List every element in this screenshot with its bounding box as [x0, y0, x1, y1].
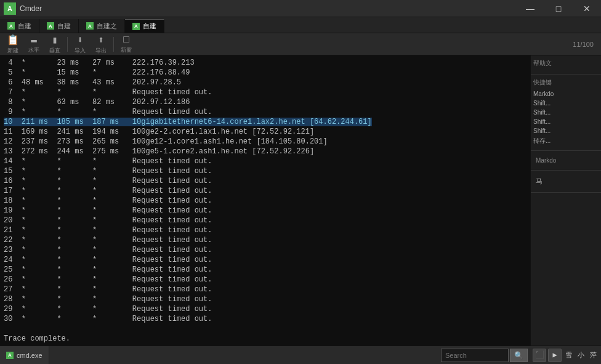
app-icon: A: [4, 2, 16, 15]
tab-icon-4: A: [132, 23, 140, 30]
tab-4[interactable]: A 自建: [125, 19, 164, 33]
tab-icon-2: A: [47, 22, 54, 30]
tab-label-4: 自建: [143, 22, 156, 31]
vertical-icon: ▮: [52, 34, 58, 46]
bottom-icon-1[interactable]: ⬛: [533, 349, 546, 362]
minimize-button[interactable]: —: [516, 0, 544, 17]
import-icon: ⬇: [77, 34, 83, 46]
markdown-section: Markdo: [531, 151, 601, 171]
chinese-char-2: 小: [576, 350, 586, 360]
toolbar-separator-2: [113, 37, 114, 52]
shortcuts-section: 快捷键 Markdo Shift... Shift... Shift... Sh…: [531, 75, 601, 151]
help-section: 帮助文: [531, 55, 601, 75]
chinese-char-1: 雪: [563, 350, 574, 360]
shortcut-item-2[interactable]: Shift...: [533, 99, 599, 108]
close-button[interactable]: ✕: [573, 0, 601, 17]
tab-label-3: 自建之: [97, 22, 117, 31]
window-label: 新窗: [121, 46, 132, 54]
chinese-char-3: 萍: [588, 350, 599, 360]
terminal[interactable]: 4 * 23 ms 27 ms 222.176.39.213 5 * 15 ms…: [0, 55, 530, 346]
toolbar-separator-1: [67, 37, 68, 52]
markdown-label: Markdo: [533, 155, 599, 166]
bottom-icon-2[interactable]: ▶: [548, 349, 562, 362]
vertical-label: 垂直: [49, 47, 60, 55]
shortcut-item-4[interactable]: Shift...: [533, 117, 599, 126]
page-indicator: 11/100: [573, 41, 599, 48]
import-label: 导入: [75, 47, 86, 55]
main-area: 4 * 23 ms 27 ms 222.176.39.213 5 * 15 ms…: [0, 55, 601, 346]
toolbar-btn-export[interactable]: ⬆ 导出: [91, 35, 111, 54]
tab-2[interactable]: A 自建: [39, 19, 79, 33]
bottom-tab-cmd[interactable]: A cmd.exe: [0, 346, 49, 365]
shortcut-item-5[interactable]: Shift...: [533, 126, 599, 135]
bottom-bar: A cmd.exe 🔍 ⬛ ▶ 雪 小 萍: [0, 346, 601, 364]
help-title: 帮助文: [533, 59, 599, 68]
terminal-output: 4 * 23 ms 27 ms 222.176.39.213 5 * 15 ms…: [4, 58, 526, 343]
horizontal-label: 水平: [28, 46, 39, 54]
tab-icon-3: A: [86, 22, 94, 30]
new-icon: 📋: [7, 34, 19, 46]
window-title: Cmder: [20, 4, 516, 13]
shortcut-item-1[interactable]: Markdo: [533, 89, 599, 99]
bottom-tab-icon: A: [6, 352, 14, 359]
horizontal-icon: ▬: [31, 34, 37, 46]
new-label: 新建: [7, 47, 18, 55]
right-panel: 帮助文 快捷键 Markdo Shift... Shift... Shift..…: [530, 55, 601, 346]
maximize-button[interactable]: □: [544, 0, 573, 17]
tab-label-2: 自建: [57, 22, 71, 31]
bottom-icons: ⬛ ▶ 雪 小 萍: [530, 349, 601, 362]
tab-bar: A 自建 A 自建 A 自建之 A 自建: [0, 17, 601, 33]
search-button[interactable]: 🔍: [510, 349, 528, 362]
tab-3[interactable]: A 自建之: [79, 19, 125, 33]
export-label: 导出: [95, 47, 107, 55]
shortcut-item-6[interactable]: 转存...: [533, 135, 599, 147]
toolbar: 📋 新建 ▬ 水平 ▮ 垂直 ⬇ 导入 ⬆ 导出 □ 新窗 11/100: [0, 33, 601, 55]
bottom-search-area: 🔍: [441, 349, 530, 362]
toolbar-btn-import[interactable]: ⬇ 导入: [70, 35, 90, 54]
shortcut-item-3[interactable]: Shift...: [533, 108, 599, 117]
bottom-tab-label: cmd.exe: [17, 352, 42, 359]
tab-label-1: 自建: [18, 22, 31, 31]
toolbar-btn-horizontal[interactable]: ▬ 水平: [24, 35, 44, 54]
title-bar: A Cmder — □ ✕: [0, 0, 601, 17]
toolbar-btn-window[interactable]: □ 新窗: [116, 35, 136, 54]
toolbar-btn-new[interactable]: 📋 新建: [3, 35, 23, 54]
search-input[interactable]: [441, 349, 509, 362]
window-icon: □: [123, 34, 129, 46]
horse-label: 马: [533, 174, 599, 188]
toolbar-btn-vertical[interactable]: ▮ 垂直: [45, 35, 65, 54]
tab-icon-1: A: [7, 22, 15, 30]
export-icon: ⬆: [98, 34, 104, 46]
horse-section: 马: [531, 171, 601, 193]
shortcuts-title: 快捷键: [533, 78, 599, 87]
tab-1[interactable]: A 自建: [0, 19, 39, 33]
